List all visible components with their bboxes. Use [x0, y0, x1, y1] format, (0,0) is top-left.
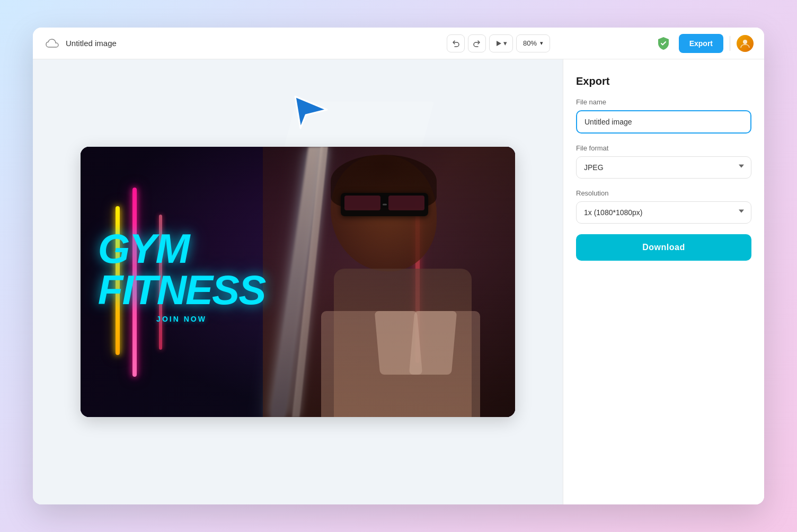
gym-text-block: GYM FITNESS JOIN NOW	[98, 228, 265, 323]
zoom-value: 80%	[523, 39, 537, 47]
file-name-group: File name	[576, 98, 751, 134]
redo-button[interactable]	[468, 34, 486, 52]
app-window: Untitled image	[33, 28, 764, 504]
canvas-area: GYM FITNESS JOIN NOW	[33, 59, 563, 504]
toolbar: Untitled image	[33, 28, 764, 59]
panel-header: Export	[576, 75, 751, 87]
gym-background: GYM FITNESS JOIN NOW	[81, 147, 515, 417]
resolution-group: Resolution 1x (1080*1080px) 2x (2160*216…	[576, 189, 751, 224]
cloud-icon	[43, 35, 60, 52]
document-title: Untitled image	[66, 39, 117, 48]
zoom-chevron-icon: ▾	[540, 40, 543, 47]
design-canvas: GYM FITNESS JOIN NOW	[81, 147, 515, 417]
avatar[interactable]	[737, 35, 754, 52]
chevron-down-icon: ▾	[503, 39, 507, 47]
svg-marker-2	[295, 96, 327, 128]
svg-point-1	[743, 40, 747, 44]
join-now-text: JOIN NOW	[98, 315, 265, 323]
file-name-input[interactable]	[576, 110, 751, 134]
download-button[interactable]: Download	[576, 234, 751, 261]
toolbar-center: ▾ 80% ▾	[349, 34, 648, 52]
play-button[interactable]: ▾	[489, 34, 513, 52]
gym-text-line2: FITNESS	[98, 269, 265, 311]
sunglasses	[341, 193, 428, 216]
resolution-wrapper: 1x (1080*1080px) 2x (2160*2160px) 0.5x (…	[576, 201, 751, 224]
toolbar-right: Export	[654, 34, 754, 53]
toolbar-divider	[730, 36, 730, 51]
undo-button[interactable]	[447, 34, 465, 52]
file-format-select[interactable]: JPEG PNG SVG PDF	[576, 156, 751, 179]
zoom-selector[interactable]: 80% ▾	[516, 34, 550, 52]
file-format-group: File format JPEG PNG SVG PDF	[576, 144, 751, 179]
blue-arrow-pointer	[290, 88, 332, 133]
file-name-label: File name	[576, 98, 751, 106]
svg-marker-0	[497, 41, 501, 46]
shirt-collar-right	[409, 311, 457, 375]
panel-title: Export	[576, 75, 751, 87]
gym-text-line1: GYM	[98, 228, 265, 269]
shield-icon	[654, 34, 672, 52]
toolbar-left: Untitled image	[43, 35, 342, 52]
resolution-select[interactable]: 1x (1080*1080px) 2x (2160*2160px) 0.5x (…	[576, 201, 751, 224]
export-panel: Export File name File format JPEG PNG SV…	[563, 59, 764, 504]
file-format-label: File format	[576, 144, 751, 152]
design-canvas-inner: GYM FITNESS JOIN NOW	[81, 147, 515, 417]
main-content: GYM FITNESS JOIN NOW Export File name	[33, 59, 764, 504]
file-format-wrapper: JPEG PNG SVG PDF	[576, 156, 751, 179]
export-button[interactable]: Export	[679, 34, 723, 53]
resolution-label: Resolution	[576, 189, 751, 197]
